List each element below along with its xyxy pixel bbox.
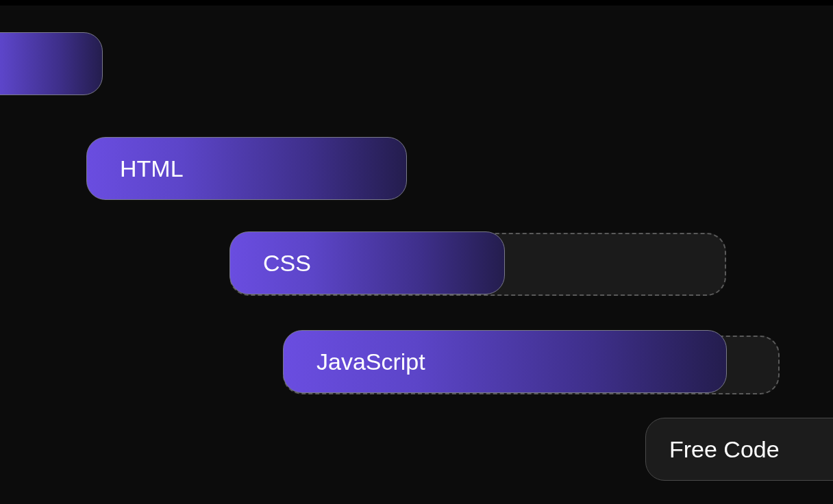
progress-bar-css-label: CSS	[263, 250, 311, 277]
progress-bar-partial	[0, 32, 103, 95]
progress-bar-html-label: HTML	[120, 155, 184, 182]
progress-bar-html: HTML	[86, 137, 407, 200]
progress-bar-javascript: JavaScript	[283, 330, 727, 393]
badge-free-code-label: Free Code	[669, 436, 780, 463]
badge-free-code: Free Code	[645, 418, 833, 481]
progress-bar-javascript-label: JavaScript	[316, 349, 425, 375]
top-black-strip	[0, 0, 833, 5]
progress-bar-css: CSS	[229, 231, 505, 294]
